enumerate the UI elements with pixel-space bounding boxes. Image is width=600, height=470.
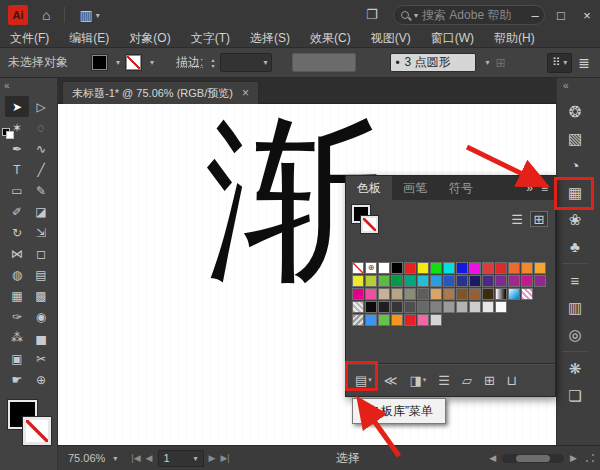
maximize-button[interactable]: □ (548, 0, 574, 30)
swatch[interactable] (404, 301, 416, 313)
artboard-navigation-dropdown[interactable]: 1 ▾ (158, 450, 204, 467)
swatch[interactable] (365, 301, 377, 313)
menu-item-5[interactable]: 效果(C) (300, 30, 361, 47)
menu-item-7[interactable]: 窗口(W) (421, 30, 484, 47)
panel-overflow-icon[interactable]: » (526, 181, 533, 195)
workspace-switcher-icon[interactable]: ▥ (79, 7, 92, 23)
swatch[interactable] (365, 275, 377, 287)
swatch-gradient[interactable] (495, 288, 507, 300)
delete-swatch-icon[interactable]: ⊔ (507, 373, 517, 388)
swatch[interactable] (365, 288, 377, 300)
swatch[interactable] (378, 275, 390, 287)
mesh-tool[interactable]: ▦ (5, 285, 29, 306)
slice-tool[interactable]: ✂ (29, 348, 53, 369)
menu-item-0[interactable]: 文件(F) (0, 30, 59, 47)
paintbrush-tool[interactable]: ✎ (29, 180, 53, 201)
swatch[interactable] (365, 314, 377, 326)
swatch[interactable] (430, 262, 442, 274)
stroke-weight-label[interactable]: 描边: (176, 54, 203, 71)
menu-item-8[interactable]: 帮助(H) (484, 30, 545, 47)
swatch[interactable] (430, 288, 442, 300)
swatch[interactable] (469, 262, 481, 274)
swatch[interactable] (391, 314, 403, 326)
swatch-pattern[interactable] (521, 288, 533, 300)
swatch[interactable] (456, 262, 468, 274)
swatch[interactable] (352, 275, 364, 287)
scale-tool[interactable]: ⇲ (29, 222, 53, 243)
blend-tool[interactable]: ◉ (29, 306, 53, 327)
zoom-level-value[interactable]: 75.06% (68, 452, 105, 464)
minimize-button[interactable]: – (522, 0, 548, 30)
eraser-tool[interactable]: ◪ (29, 201, 53, 222)
new-color-group-icon[interactable]: ▱ (462, 373, 472, 388)
arrange-documents-icon[interactable]: ❐ (366, 7, 378, 22)
symbol-sprayer-tool[interactable]: ⁂ (5, 327, 29, 348)
perspective-grid-tool[interactable]: ▤ (29, 264, 53, 285)
fill-color-chip[interactable] (92, 55, 107, 70)
resize-grip[interactable] (583, 452, 596, 465)
arrange-documents-button[interactable]: ⠿ ▾ (547, 53, 572, 73)
swatch-gradient[interactable] (508, 288, 520, 300)
swatch[interactable] (482, 288, 494, 300)
tab-色板[interactable]: 色板 (346, 176, 392, 200)
next-artboard-icon[interactable]: ▶ (209, 453, 216, 463)
swatch-pattern[interactable] (352, 301, 364, 313)
menu-item-4[interactable]: 选择(S) (240, 30, 300, 47)
swatch-none[interactable] (352, 262, 364, 274)
gradient-tool[interactable]: ▩ (29, 285, 53, 306)
swatch[interactable] (391, 262, 403, 274)
stroke-panel-icon[interactable]: ≡ (560, 267, 590, 294)
swatch[interactable] (417, 301, 429, 313)
eyedropper-tool[interactable]: ✑ (5, 306, 29, 327)
swatch[interactable] (495, 262, 507, 274)
collapse-tools-icon[interactable]: « (4, 80, 10, 91)
gradient-fan-icon[interactable]: ◔ (560, 152, 590, 179)
close-button[interactable]: × (574, 0, 600, 30)
swatch-options-icon[interactable]: ☰ (438, 373, 450, 388)
swatch[interactable] (417, 275, 429, 287)
last-artboard-icon[interactable]: ▶| (220, 453, 229, 463)
swatch[interactable] (443, 301, 455, 313)
swatch[interactable] (417, 262, 429, 274)
swatch[interactable] (469, 275, 481, 287)
swatch[interactable] (469, 288, 481, 300)
tab-符号[interactable]: 符号 (438, 176, 484, 200)
swatch[interactable] (534, 275, 546, 287)
swatch[interactable] (508, 262, 520, 274)
swatch[interactable] (495, 301, 507, 313)
add-to-library-icon[interactable]: ≪ (384, 373, 398, 388)
swatch[interactable] (378, 288, 390, 300)
swatch[interactable] (430, 275, 442, 287)
swatch[interactable] (404, 288, 416, 300)
swatch[interactable] (482, 262, 494, 274)
swatch[interactable] (404, 275, 416, 287)
tab-画笔[interactable]: 画笔 (392, 176, 438, 200)
rectangle-tool[interactable]: ▭ (5, 180, 29, 201)
width-profile-dropdown[interactable]: ▾ (292, 53, 356, 72)
horizontal-scrollbar[interactable] (502, 454, 564, 463)
brushes-panel-icon[interactable]: ❀ (560, 206, 590, 233)
gradient-panel-icon[interactable]: ▥ (560, 294, 590, 321)
swatch[interactable] (456, 288, 468, 300)
menu-item-1[interactable]: 编辑(E) (59, 30, 119, 47)
swatch[interactable] (443, 288, 455, 300)
swatch[interactable] (521, 262, 533, 274)
swatches-panel-icon[interactable]: ▦ (560, 179, 590, 206)
menu-item-6[interactable]: 视图(V) (361, 30, 421, 47)
swatch[interactable] (391, 275, 403, 287)
free-transform-tool[interactable]: ◻ (29, 243, 53, 264)
direct-selection-tool[interactable]: ▷ (29, 96, 53, 117)
panel-stroke-swatch[interactable] (361, 216, 378, 233)
brush-definition-dropdown[interactable]: • 3 点圆形 (390, 53, 476, 72)
swatch[interactable] (378, 262, 390, 274)
swatch[interactable] (391, 301, 403, 313)
curvature-tool[interactable]: ∿ (29, 138, 53, 159)
swatch[interactable] (521, 275, 533, 287)
scroll-left-icon[interactable]: ◀ (489, 453, 496, 463)
type-tool[interactable]: T (5, 159, 29, 180)
appearance-panel-icon[interactable]: ❋ (560, 355, 590, 382)
scrollbar-thumb[interactable] (516, 455, 550, 462)
swatch[interactable] (417, 314, 429, 326)
selection-tool[interactable]: ➤ (5, 96, 29, 117)
swatch[interactable] (443, 275, 455, 287)
